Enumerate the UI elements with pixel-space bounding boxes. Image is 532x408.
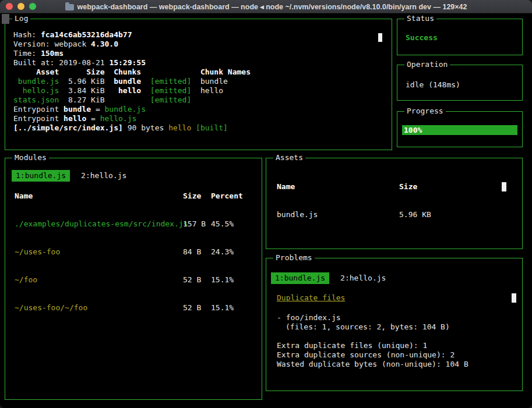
problem-summary-line: Extra duplicate files (unique): 1 xyxy=(277,341,427,350)
module-percent: 24.3% xyxy=(211,247,234,257)
progress-panel-title: Progress xyxy=(404,107,446,116)
module-percent: 15.1% xyxy=(211,275,234,285)
modules-col-size: Size xyxy=(183,191,201,201)
modules-panel: Modules 1:bundle.js 2:hello.js Name Size… xyxy=(5,158,262,400)
module-size: 52 B xyxy=(183,275,201,285)
problem-summary-line: Wasted duplicate bytes (non-unique): 104… xyxy=(277,360,468,369)
traffic-lights xyxy=(0,3,36,10)
assets-scrollbar-thumb[interactable] xyxy=(502,182,506,191)
status-panel-title: Status xyxy=(404,14,436,23)
module-percent: 15.1% xyxy=(211,303,234,313)
status-value: Success xyxy=(406,33,438,42)
operation-panel: Operation idle (148ms) xyxy=(397,65,523,101)
progress-bar-fill: 100% xyxy=(402,125,517,135)
status-panel: Status Success xyxy=(397,19,523,55)
modules-panel-title: Modules xyxy=(12,153,49,162)
operation-value: idle (148ms) xyxy=(406,80,460,90)
terminal-window: webpack-dashboard — webpack-dashboard — … xyxy=(0,0,532,408)
assets-panel-title: Assets xyxy=(273,153,305,162)
close-window-button[interactable] xyxy=(6,3,13,10)
modules-col-name: Name xyxy=(15,191,33,201)
problems-tab-bundle[interactable]: 1:bundle.js xyxy=(271,272,329,284)
problems-tabs: 1:bundle.js 2:hello.js xyxy=(271,272,390,284)
modules-tabs: 1:bundle.js 2:hello.js xyxy=(12,170,131,182)
module-percent: 45.5% xyxy=(211,219,234,229)
titlebar[interactable]: webpack-dashboard — webpack-dashboard — … xyxy=(0,0,532,13)
log-output: Hash: fca14c6ab53216da4b77Version: webpa… xyxy=(13,30,383,133)
progress-panel: Progress 100% xyxy=(397,111,523,147)
title-area: webpack-dashboard — webpack-dashboard — … xyxy=(65,0,467,13)
problems-panel-title: Problems xyxy=(273,253,315,262)
modules-tab-hello[interactable]: 2:hello.js xyxy=(77,170,131,182)
problem-file: - foo/index.js xyxy=(277,313,341,322)
problem-detail: (files: 1, sources: 2, bytes: 104 B) xyxy=(286,322,450,332)
problems-panel: Problems 1:bundle.js 2:hello.js Duplicat… xyxy=(266,258,523,391)
log-panel-title: Log xyxy=(12,14,30,23)
modules-col-percent: Percent xyxy=(211,191,243,201)
problem-summary-line: Extra duplicate sources (non-unique): 2 xyxy=(277,350,455,360)
progress-bar-track: 100% xyxy=(402,125,517,135)
module-name: ~/foo xyxy=(15,275,37,285)
module-size: 84 B xyxy=(183,247,201,257)
module-name: ~/uses-foo xyxy=(15,247,60,257)
window-title: webpack-dashboard — webpack-dashboard — … xyxy=(77,2,467,11)
assets-col-size: Size xyxy=(399,182,417,191)
minimize-window-button[interactable] xyxy=(17,3,24,10)
folder-icon xyxy=(65,4,74,10)
module-size: 157 B xyxy=(183,219,206,229)
operation-panel-title: Operation xyxy=(404,60,450,69)
module-name: ~/uses-foo/~/foo xyxy=(15,303,87,313)
problems-scrollbar-thumb[interactable] xyxy=(512,293,516,303)
module-size: 52 B xyxy=(183,303,201,313)
cursor-artifact xyxy=(2,14,9,24)
asset-name: bundle.js xyxy=(277,210,318,219)
module-name: ./examples/duplicates-esm/src/index.js xyxy=(15,219,188,229)
zoom-window-button[interactable] xyxy=(29,3,36,10)
problems-tab-hello[interactable]: 2:hello.js xyxy=(336,272,390,284)
duplicate-files-link[interactable]: Duplicate files xyxy=(277,293,345,303)
asset-size: 5.96 KB xyxy=(399,210,431,219)
log-panel: Log Hash: fca14c6ab53216da4b77Version: w… xyxy=(5,19,392,150)
modules-tab-bundle[interactable]: 1:bundle.js xyxy=(12,170,70,182)
assets-panel: Assets Name Size bundle.js 5.96 KB xyxy=(266,158,523,249)
progress-percent-label: 100% xyxy=(404,126,422,134)
assets-col-name: Name xyxy=(277,182,295,191)
